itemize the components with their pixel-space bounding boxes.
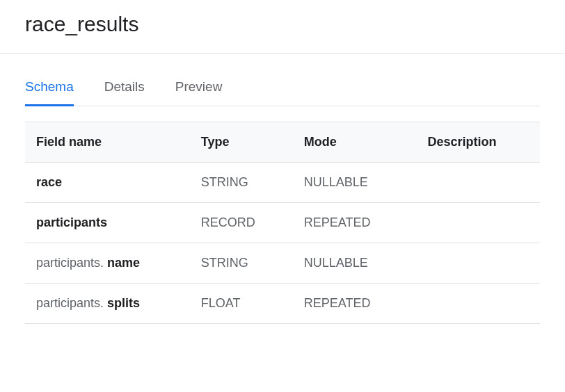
- field-type: STRING: [190, 163, 293, 203]
- field-prefix: participants.: [36, 256, 107, 270]
- field-mode: REPEATED: [293, 284, 417, 324]
- table-row: race STRING NULLABLE: [25, 163, 540, 203]
- page-title: race_results: [25, 13, 540, 36]
- header-mode: Mode: [293, 122, 417, 163]
- field-mode: REPEATED: [293, 203, 417, 243]
- field-name-cell: participants. name: [25, 243, 190, 284]
- tab-details[interactable]: Details: [104, 79, 145, 106]
- field-name-cell: race: [25, 163, 190, 203]
- table-header-row: Field name Type Mode Description: [25, 122, 540, 163]
- field-name-cell: participants. splits: [25, 284, 190, 324]
- tab-schema[interactable]: Schema: [25, 79, 74, 106]
- field-prefix: participants.: [36, 296, 107, 310]
- table-row: participants RECORD REPEATED: [25, 203, 540, 243]
- header-field-name: Field name: [25, 122, 190, 163]
- field-description: [416, 284, 540, 324]
- field-type: FLOAT: [190, 284, 293, 324]
- schema-table: Field name Type Mode Description race ST…: [25, 122, 540, 324]
- field-type: STRING: [190, 243, 293, 284]
- field-name: race: [36, 175, 62, 189]
- field-description: [416, 163, 540, 203]
- content: Schema Details Preview Field name Type M…: [0, 54, 565, 324]
- header: race_results: [0, 0, 565, 54]
- field-name: participants: [36, 215, 107, 229]
- header-type: Type: [190, 122, 293, 163]
- field-mode: NULLABLE: [293, 163, 417, 203]
- table-row: participants. name STRING NULLABLE: [25, 243, 540, 284]
- field-name-cell: participants: [25, 203, 190, 243]
- tabs: Schema Details Preview: [25, 79, 540, 106]
- field-type: RECORD: [190, 203, 293, 243]
- tab-preview[interactable]: Preview: [175, 79, 223, 106]
- field-name: name: [107, 256, 140, 270]
- field-description: [416, 243, 540, 284]
- header-description: Description: [416, 122, 540, 163]
- table-row: participants. splits FLOAT REPEATED: [25, 284, 540, 324]
- field-description: [416, 203, 540, 243]
- field-name: splits: [107, 296, 140, 310]
- field-mode: NULLABLE: [293, 243, 417, 284]
